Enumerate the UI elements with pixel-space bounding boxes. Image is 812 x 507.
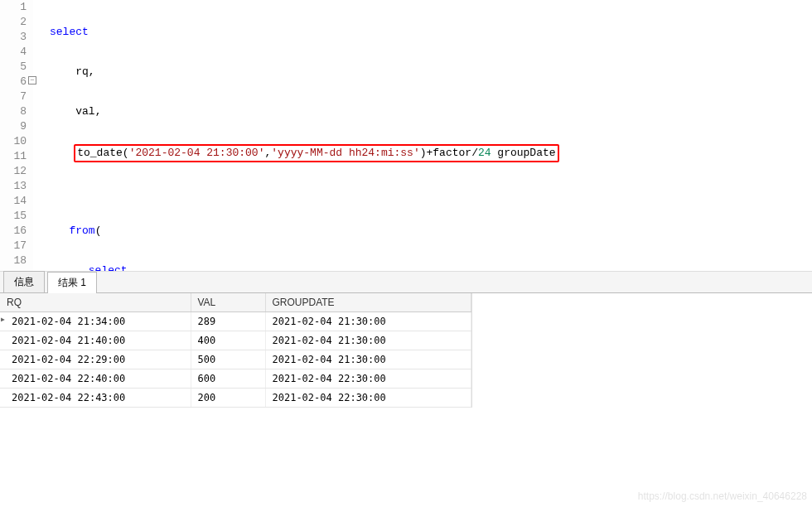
result-tabs: 信息 结果 1 <box>0 272 812 293</box>
kw-from: from <box>69 225 94 237</box>
tab-result-1[interactable]: 结果 1 <box>47 272 97 293</box>
fold-toggle[interactable]: − <box>28 76 36 84</box>
tab-info[interactable]: 信息 <box>3 271 45 292</box>
col-rq: rq <box>75 65 89 78</box>
col-header-groupdate[interactable]: GROUPDATE <box>265 293 471 312</box>
result-grid[interactable]: RQ VAL GROUPDATE 2021-02-04 21:34:00 289… <box>0 293 472 408</box>
kw-select: select <box>50 26 89 38</box>
table-row[interactable]: 2021-02-04 21:40:00 400 2021-02-04 21:30… <box>0 331 471 350</box>
watermark: https://blog.csdn.net/weixin_40646228 <box>638 490 807 502</box>
table-row[interactable]: 2021-02-04 22:40:00 600 2021-02-04 22:30… <box>0 369 471 389</box>
highlighted-expression: to_date('2021-02-04 21:30:00','yyyy-MM-d… <box>74 144 558 162</box>
kw-select-inner: select <box>89 264 128 272</box>
table-row[interactable]: 2021-02-04 22:43:00 200 2021-02-04 22:30… <box>0 389 471 408</box>
col-header-val[interactable]: VAL <box>191 293 265 312</box>
sql-editor[interactable]: 12345 6− 789101112131415161718 select rq… <box>0 0 812 272</box>
code-area[interactable]: select rq, val, to_date('2021-02-04 21:3… <box>33 0 812 271</box>
table-row[interactable]: 2021-02-04 21:34:00 289 2021-02-04 21:30… <box>0 312 471 331</box>
table-row[interactable]: 2021-02-04 22:29:00 500 2021-02-04 21:30… <box>0 350 471 369</box>
col-header-rq[interactable]: RQ <box>0 293 191 312</box>
line-gutter: 12345 6− 789101112131415161718 <box>0 0 33 271</box>
col-val: val <box>75 105 94 118</box>
